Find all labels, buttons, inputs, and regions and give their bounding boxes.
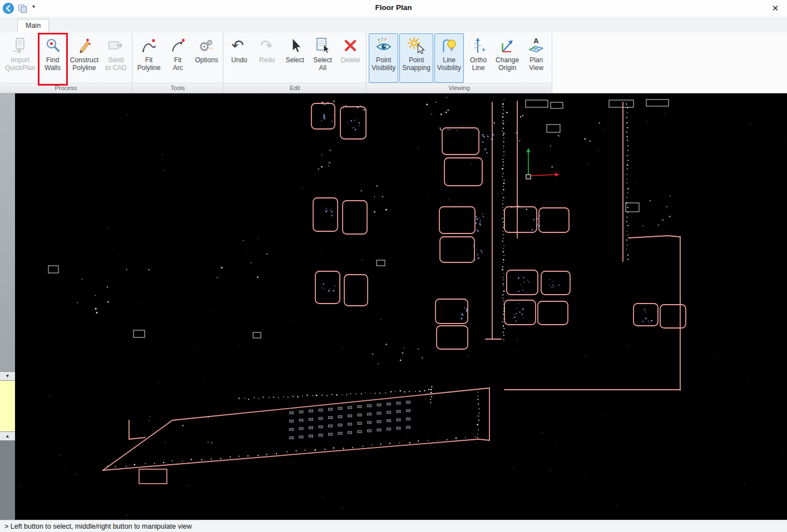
undo-label-line1: Undo xyxy=(231,56,248,64)
select-all-label-line2: All xyxy=(319,64,326,72)
ribbon-button-select-all[interactable]: SelectAll xyxy=(309,33,336,83)
ribbon-button-line-visibility[interactable]: LineVisibility xyxy=(434,33,464,83)
ribbon-button-redo[interactable]: ↷Redo xyxy=(254,33,280,83)
ribbon-button-point-visibility[interactable]: PointVisibility xyxy=(369,33,398,83)
ortho-line-label-line1: Ortho xyxy=(470,56,487,64)
btn-wrap-change-origin: ChangeOrigin xyxy=(493,33,522,83)
btn-wrap-line-visibility: LineVisibility xyxy=(434,33,464,83)
btn-wrap-undo: ↶Undo xyxy=(226,33,253,83)
scroll-down-icon: ▼ xyxy=(6,374,10,379)
left-strip-yellow-region[interactable] xyxy=(0,381,15,431)
ribbon-group-edit: ↶Undo ↷Redo Select SelectAllDelete Edit xyxy=(224,32,367,93)
ribbon-buttons-process: ImportQuickPlanFindWallsConstructPolylin… xyxy=(0,32,132,83)
ribbon-button-find-walls[interactable]: FindWalls xyxy=(39,33,66,83)
ribbon-button-delete[interactable]: Delete xyxy=(337,33,364,83)
paste-icon[interactable] xyxy=(18,4,27,13)
tab-main[interactable]: Main xyxy=(17,19,49,32)
construct-polyline-icon xyxy=(75,37,93,54)
ribbon-group-viewing: PointVisibilityPointSnappingLineVisibili… xyxy=(367,32,552,93)
options-label-line2 xyxy=(206,64,207,72)
ribbon-button-fit-arc[interactable]: FitArc xyxy=(165,33,191,83)
redo-label-line2 xyxy=(266,64,268,72)
ribbon-button-import-quickplan[interactable]: ImportQuickPlan xyxy=(2,33,38,83)
find-walls-icon xyxy=(44,37,62,54)
ribbon-groups: ImportQuickPlanFindWallsConstructPolylin… xyxy=(0,32,787,93)
ribbon-group-label-edit: Edit xyxy=(224,83,366,93)
find-walls-label-line1: Find xyxy=(46,56,59,64)
close-button[interactable]: ✕ xyxy=(768,2,783,15)
ribbon-button-ortho-line[interactable]: OrthoLine xyxy=(465,33,492,83)
send-to-cad-label-line1: Send xyxy=(108,56,123,64)
select-label-line1: Select xyxy=(285,56,304,64)
send-to-cad-label-line2: to CAD xyxy=(105,64,127,72)
btn-wrap-send-to-cad: Sendto CAD xyxy=(102,33,130,83)
btn-wrap-options: ⚙⚙Options xyxy=(192,33,221,83)
ribbon-button-send-to-cad[interactable]: Sendto CAD xyxy=(102,33,130,83)
change-origin-label-line1: Change xyxy=(496,56,519,64)
quick-access-caret-icon[interactable]: ▾ xyxy=(32,3,35,9)
redo-label-line1: Redo xyxy=(259,56,275,64)
ortho-line-icon xyxy=(469,37,487,54)
ribbon-button-select[interactable]: Select xyxy=(281,33,308,83)
ribbon-group-tools: FitPolylineFitArc⚙⚙Options Tools xyxy=(132,32,224,93)
fit-polyline-label-line2: Polyline xyxy=(137,64,161,72)
redo-icon: ↷ xyxy=(258,37,276,54)
options-label-line1: Options xyxy=(195,56,218,64)
select-all-label-line1: Select xyxy=(313,56,331,64)
ribbon: ImportQuickPlanFindWallsConstructPolylin… xyxy=(0,32,787,93)
fit-arc-label-line2: Arc xyxy=(173,64,183,72)
delete-label-line1: Delete xyxy=(341,56,360,64)
ribbon-group-process: ImportQuickPlanFindWallsConstructPolylin… xyxy=(0,32,132,93)
ribbon-button-plan-view[interactable]: APlanView xyxy=(523,33,550,83)
btn-wrap-fit-polyline: FitPolyline xyxy=(135,33,164,83)
ribbon-button-point-snapping[interactable]: PointSnapping xyxy=(399,33,433,83)
line-visibility-icon xyxy=(440,37,458,54)
select-all-icon xyxy=(314,37,331,54)
svg-text:⚙: ⚙ xyxy=(206,38,213,47)
change-origin-icon xyxy=(498,37,516,54)
back-button[interactable] xyxy=(2,2,14,14)
left-scroll-down-button[interactable]: ▼ xyxy=(0,371,15,381)
left-scroll-up-button[interactable]: ▲ xyxy=(0,431,15,441)
options-icon: ⚙⚙ xyxy=(197,37,215,54)
fit-polyline-icon xyxy=(140,37,158,54)
btn-wrap-find-walls: FindWalls xyxy=(39,33,66,83)
point-snapping-label-line1: Point xyxy=(409,56,424,64)
viewport[interactable] xyxy=(15,93,787,520)
plan-view-label-line2: View xyxy=(529,64,543,72)
plan-view-label-line1: Plan xyxy=(529,56,543,64)
ribbon-buttons-edit: ↶Undo ↷Redo Select SelectAllDelete xyxy=(224,32,366,83)
svg-text:A: A xyxy=(534,37,539,45)
status-bar: > Left button to select, middle/right bu… xyxy=(0,520,787,532)
btn-wrap-import-quickplan: ImportQuickPlan xyxy=(2,33,38,83)
delete-icon xyxy=(341,37,359,54)
ribbon-button-change-origin[interactable]: ChangeOrigin xyxy=(493,33,522,83)
ribbon-group-label-viewing: Viewing xyxy=(367,83,552,93)
plan-view-icon: A xyxy=(527,37,545,54)
point-snapping-icon xyxy=(408,37,425,54)
ribbon-button-options[interactable]: ⚙⚙Options xyxy=(192,33,221,83)
construct-polyline-label-line1: Construct xyxy=(70,56,98,64)
btn-wrap-select: Select xyxy=(281,33,308,83)
import-quickplan-label-line2: QuickPlan xyxy=(5,64,36,72)
change-origin-label-line2: Origin xyxy=(498,64,516,72)
undo-icon: ↶ xyxy=(230,37,248,54)
send-to-cad-icon xyxy=(107,37,125,54)
left-strip-track-top xyxy=(0,93,15,371)
left-strip-track-bottom xyxy=(0,441,15,520)
titlebar: ▾ Floor Plan ✕ xyxy=(0,0,787,17)
import-quickplan-label-line1: Import xyxy=(11,56,29,64)
fit-arc-icon xyxy=(169,37,187,54)
construct-polyline-label-line2: Polyline xyxy=(72,64,96,72)
ribbon-buttons-tools: FitPolylineFitArc⚙⚙Options xyxy=(132,32,223,83)
ribbon-button-fit-polyline[interactable]: FitPolyline xyxy=(135,33,164,83)
ribbon-button-construct-polyline[interactable]: ConstructPolyline xyxy=(67,33,101,83)
window-title: Floor Plan xyxy=(375,3,412,12)
scroll-up-icon: ▲ xyxy=(6,434,10,439)
floorplan-svg[interactable] xyxy=(15,93,787,520)
point-visibility-label-line2: Visibility xyxy=(372,64,395,72)
ribbon-button-undo[interactable]: ↶Undo xyxy=(226,33,253,83)
ribbon-group-label-tools: Tools xyxy=(132,83,223,93)
ribbon-group-label-process: Process xyxy=(0,83,132,93)
import-quickplan-icon xyxy=(11,37,29,54)
